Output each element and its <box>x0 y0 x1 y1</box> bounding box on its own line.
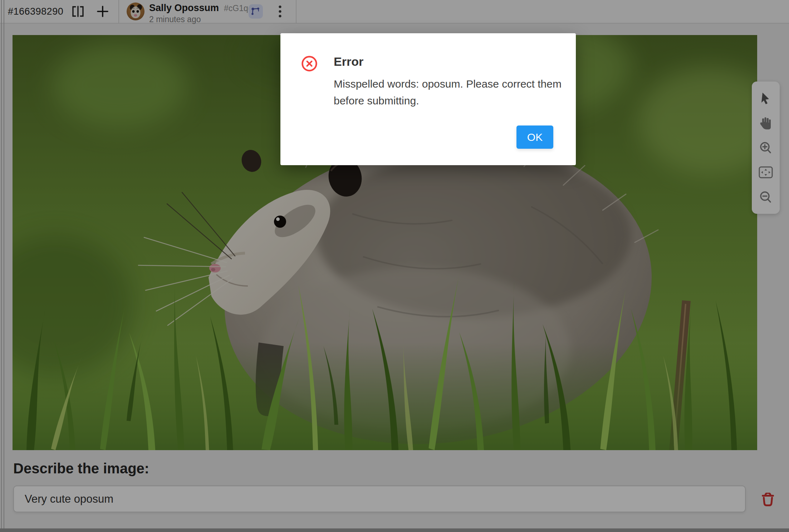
error-dialog-title: Error <box>334 55 363 69</box>
ok-button[interactable]: OK <box>516 125 553 149</box>
error-circle-x-icon <box>302 56 317 72</box>
labeling-app-screen: #166398290 <box>0 0 789 532</box>
error-dialog: Error Misspelled words: oposum. Please c… <box>280 33 576 165</box>
error-dialog-message: Misspelled words: oposum. Please correct… <box>334 75 570 109</box>
